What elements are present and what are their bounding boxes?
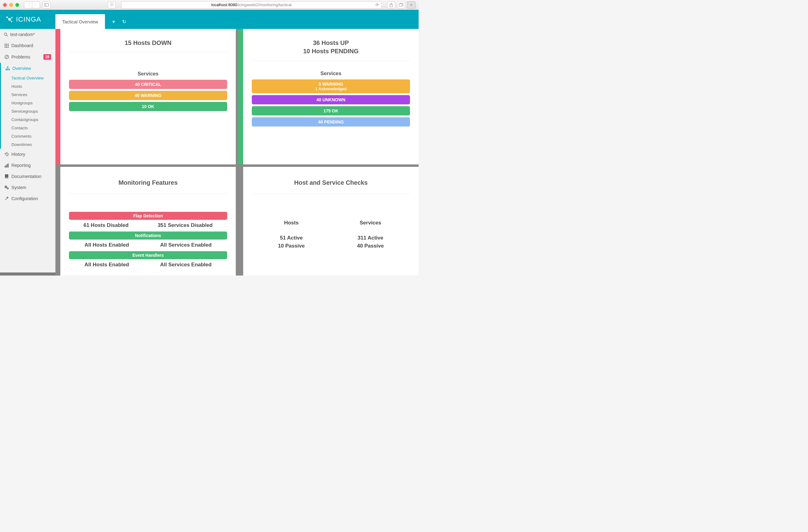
sitemap-icon bbox=[5, 67, 10, 71]
sidebar-item-configuration[interactable]: Configuration bbox=[0, 193, 55, 204]
feature-notifications[interactable]: Notifications bbox=[69, 232, 227, 240]
sidebar-item-dashboard[interactable]: Dashboard bbox=[0, 40, 55, 51]
notif-hosts[interactable]: All Hosts Enabled bbox=[85, 242, 129, 248]
minimize-window-icon[interactable] bbox=[9, 3, 13, 7]
panel-stripe bbox=[238, 29, 243, 164]
panel-title: Host and Service Checks bbox=[252, 179, 410, 186]
status-ok[interactable]: 175 OK bbox=[252, 106, 410, 115]
tabs-button[interactable] bbox=[397, 2, 405, 8]
search-icon bbox=[4, 33, 8, 37]
sidebar-item-overview[interactable]: Overview bbox=[1, 63, 55, 74]
sidebar-item-system[interactable]: System bbox=[0, 182, 55, 193]
site-info-button[interactable]: ⓘ bbox=[108, 2, 116, 8]
forward-button[interactable]: 〉 bbox=[32, 2, 40, 8]
svg-rect-17 bbox=[5, 45, 5, 46]
sidebar-label: Documentation bbox=[12, 174, 41, 179]
sidebar-sub-contacts[interactable]: Contacts bbox=[1, 124, 55, 132]
feature-flap-detection[interactable]: Flap Detection bbox=[69, 212, 227, 220]
status-warning[interactable]: 5 WARNING 1 Acknowledged bbox=[252, 79, 410, 93]
svg-line-24 bbox=[5, 56, 8, 58]
sidebar-label: Dashboard bbox=[12, 43, 33, 48]
back-button[interactable]: 〈 bbox=[24, 2, 32, 8]
app-header: ICINGA Tactical Overview ▾ ↻ bbox=[0, 10, 419, 29]
panel-checks: Host and Service Checks Hosts 51 Active … bbox=[238, 167, 419, 276]
url-host: localhost:8080 bbox=[212, 2, 237, 7]
flap-hosts[interactable]: 61 Hosts Disabled bbox=[84, 222, 128, 228]
checks-columns: Hosts 51 Active 10 Passive Services 311 … bbox=[252, 220, 410, 250]
sidebar-sub-servicegroups[interactable]: Servicegroups bbox=[1, 107, 55, 115]
svg-point-12 bbox=[4, 33, 7, 35]
svg-point-40 bbox=[5, 187, 6, 187]
svg-rect-37 bbox=[8, 164, 9, 167]
sidebar-label: Overview bbox=[12, 66, 31, 71]
sidebar-sub-tactical[interactable]: Tactical Overview bbox=[1, 74, 55, 82]
tab-label: Tactical Overview bbox=[62, 19, 98, 24]
sidebar-sub-services[interactable]: Services bbox=[1, 91, 55, 99]
status-label: 5 WARNING bbox=[318, 81, 343, 87]
window-controls bbox=[3, 3, 19, 7]
checks-hosts-col: Hosts 51 Active 10 Passive bbox=[278, 220, 305, 250]
reload-icon[interactable]: ⟳ bbox=[375, 2, 379, 7]
checks-hosts-active[interactable]: 51 Active bbox=[278, 234, 305, 242]
feature-event-handlers[interactable]: Event Handlers bbox=[69, 251, 227, 259]
chevron-down-icon[interactable]: ▾ bbox=[112, 19, 115, 25]
sidebar-sub-comments[interactable]: Comments bbox=[1, 132, 55, 141]
sidebar-item-problems[interactable]: Problems 19 bbox=[0, 51, 55, 63]
svg-point-42 bbox=[7, 188, 8, 189]
sidebar-sub-hostgroups[interactable]: Hostgroups bbox=[1, 99, 55, 107]
eh-hosts[interactable]: All Hosts Enabled bbox=[85, 262, 129, 268]
notif-services[interactable]: All Services Enabled bbox=[160, 242, 212, 248]
sidebar-sub-contactgroups[interactable]: Contactgroups bbox=[1, 115, 55, 124]
panel-title-pending[interactable]: 10 Hosts PENDING bbox=[252, 48, 410, 55]
sidebar-item-user[interactable]: icingaadmin bbox=[0, 273, 55, 276]
new-tab-button[interactable]: + bbox=[407, 1, 416, 8]
divider bbox=[252, 194, 410, 194]
tab-controls: ▾ ↻ bbox=[105, 14, 133, 29]
content-area: 15 Hosts DOWN Services 40 CRITICAL 40 WA… bbox=[55, 29, 419, 276]
services-label: Services bbox=[69, 71, 227, 77]
panel-title[interactable]: 15 Hosts DOWN bbox=[69, 39, 227, 47]
checks-services-label: Services bbox=[357, 220, 384, 226]
status-unknown[interactable]: 40 UNKNOWN bbox=[252, 95, 410, 104]
status-sublabel: 1 Acknowledged bbox=[252, 87, 410, 91]
svg-rect-25 bbox=[7, 67, 8, 68]
checks-services-active[interactable]: 311 Active bbox=[357, 234, 384, 242]
refresh-icon[interactable]: ↻ bbox=[122, 19, 126, 25]
panel-stripe bbox=[238, 167, 243, 276]
divider bbox=[69, 194, 227, 194]
logo[interactable]: ICINGA bbox=[0, 10, 55, 29]
flap-services[interactable]: 351 Services Disabled bbox=[158, 222, 213, 228]
status-ok[interactable]: 10 OK bbox=[69, 102, 227, 111]
checks-hosts-passive[interactable]: 10 Passive bbox=[278, 242, 305, 250]
svg-rect-28 bbox=[8, 69, 10, 70]
close-window-icon[interactable] bbox=[3, 3, 7, 7]
sidebar-sub-downtimes[interactable]: Downtimes bbox=[1, 141, 55, 149]
address-bar[interactable]: localhost:8080/icingaweb2/monitoring/tac… bbox=[121, 1, 382, 8]
sidebar-item-reporting[interactable]: Reporting bbox=[0, 160, 55, 171]
tab-tactical-overview[interactable]: Tactical Overview bbox=[55, 14, 105, 29]
status-critical[interactable]: 40 CRITICAL bbox=[69, 80, 227, 89]
divider bbox=[69, 52, 227, 52]
maximize-window-icon[interactable] bbox=[15, 3, 19, 7]
status-warning[interactable]: 40 WARNING bbox=[69, 91, 227, 100]
sidebar-toggle-button[interactable] bbox=[42, 2, 51, 8]
sidebar: test-random* Dashboard Problems 19 Overv… bbox=[0, 29, 55, 276]
sidebar-label: Reporting bbox=[12, 163, 31, 168]
url-path: /icingaweb2/monitoring/tactical bbox=[237, 2, 292, 7]
block-icon bbox=[4, 55, 9, 59]
checks-hosts-label: Hosts bbox=[278, 220, 305, 226]
status-pending[interactable]: 40 PENDING bbox=[252, 117, 410, 127]
sidebar-item-history[interactable]: History bbox=[0, 149, 55, 160]
panel-title-up[interactable]: 36 Hosts UP bbox=[252, 39, 410, 47]
sidebar-item-documentation[interactable]: Documentation bbox=[0, 171, 55, 182]
checks-services-passive[interactable]: 40 Passive bbox=[357, 242, 384, 250]
svg-rect-36 bbox=[7, 164, 8, 167]
sidebar-label: Configuration bbox=[12, 196, 38, 201]
logo-text: ICINGA bbox=[16, 15, 41, 23]
panel-stripe bbox=[55, 167, 60, 276]
sidebar-sub-hosts[interactable]: Hosts bbox=[1, 82, 55, 91]
svg-rect-27 bbox=[7, 69, 8, 70]
eh-services[interactable]: All Services Enabled bbox=[160, 262, 212, 268]
share-button[interactable] bbox=[387, 2, 395, 8]
search-input[interactable]: test-random* bbox=[0, 29, 55, 40]
